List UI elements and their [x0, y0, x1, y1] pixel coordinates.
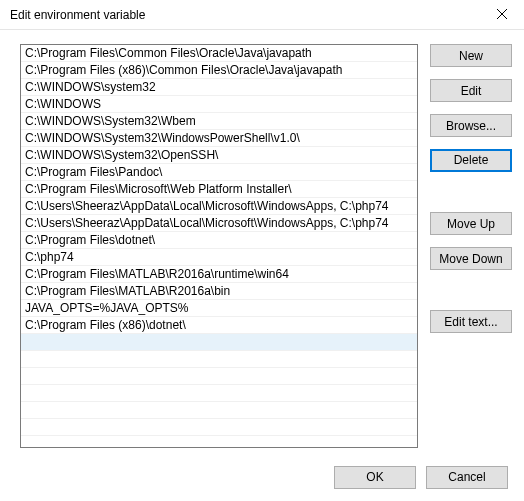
- list-item[interactable]: [21, 402, 417, 419]
- list-item[interactable]: C:\Program Files (x86)\Common Files\Orac…: [21, 62, 417, 79]
- list-item[interactable]: C:\Program Files\Common Files\Oracle\Jav…: [21, 45, 417, 62]
- dialog-content: C:\Program Files\Common Files\Oracle\Jav…: [0, 30, 524, 44]
- list-item[interactable]: C:\Program Files\Microsoft\Web Platform …: [21, 181, 417, 198]
- cancel-button[interactable]: Cancel: [426, 466, 508, 489]
- list-item[interactable]: C:\Program Files\Pandoc\: [21, 164, 417, 181]
- list-item[interactable]: [21, 419, 417, 436]
- dialog-footer: OK Cancel: [0, 453, 524, 501]
- path-listbox[interactable]: C:\Program Files\Common Files\Oracle\Jav…: [20, 44, 418, 448]
- delete-button[interactable]: Delete: [430, 149, 512, 172]
- browse-button[interactable]: Browse...: [430, 114, 512, 137]
- list-item[interactable]: C:\WINDOWS\System32\WindowsPowerShell\v1…: [21, 130, 417, 147]
- list-item[interactable]: C:\Users\Sheeraz\AppData\Local\Microsoft…: [21, 198, 417, 215]
- list-item[interactable]: C:\WINDOWS\System32\OpenSSH\: [21, 147, 417, 164]
- list-item[interactable]: JAVA_OPTS=%JAVA_OPTS%: [21, 300, 417, 317]
- list-item[interactable]: C:\WINDOWS\system32: [21, 79, 417, 96]
- list-item[interactable]: [21, 334, 417, 351]
- edit-button[interactable]: Edit: [430, 79, 512, 102]
- list-item[interactable]: [21, 385, 417, 402]
- move-down-button[interactable]: Move Down: [430, 247, 512, 270]
- list-item[interactable]: C:\Program Files\MATLAB\R2016a\bin: [21, 283, 417, 300]
- list-item[interactable]: C:\Program Files\dotnet\: [21, 232, 417, 249]
- list-item[interactable]: C:\Program Files (x86)\dotnet\: [21, 317, 417, 334]
- list-item[interactable]: C:\Users\Sheeraz\AppData\Local\Microsoft…: [21, 215, 417, 232]
- button-column: New Edit Browse... Delete Move Up Move D…: [430, 44, 512, 345]
- new-button[interactable]: New: [430, 44, 512, 67]
- edit-text-button[interactable]: Edit text...: [430, 310, 512, 333]
- list-item[interactable]: C:\WINDOWS: [21, 96, 417, 113]
- list-item[interactable]: C:\Program Files\MATLAB\R2016a\runtime\w…: [21, 266, 417, 283]
- close-icon: [497, 8, 507, 22]
- move-up-button[interactable]: Move Up: [430, 212, 512, 235]
- close-button[interactable]: [479, 0, 524, 30]
- ok-button[interactable]: OK: [334, 466, 416, 489]
- list-item[interactable]: C:\WINDOWS\System32\Wbem: [21, 113, 417, 130]
- list-item[interactable]: [21, 368, 417, 385]
- list-item[interactable]: [21, 351, 417, 368]
- titlebar: Edit environment variable: [0, 0, 524, 30]
- window-title: Edit environment variable: [10, 8, 145, 22]
- list-item[interactable]: C:\php74: [21, 249, 417, 266]
